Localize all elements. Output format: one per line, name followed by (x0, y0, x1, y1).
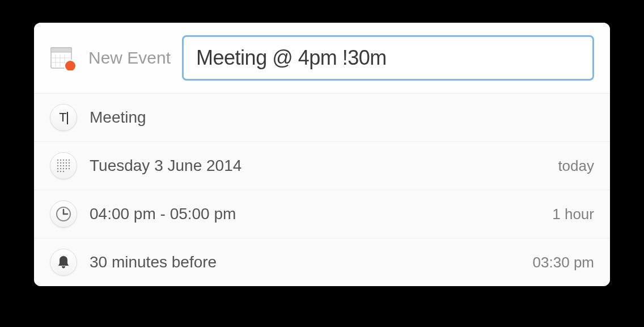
svg-point-28 (57, 171, 58, 172)
event-duration: 1 hour (552, 206, 594, 223)
bell-icon (50, 249, 77, 276)
svg-point-15 (63, 162, 64, 164)
svg-point-23 (57, 168, 58, 169)
svg-point-17 (69, 162, 70, 164)
svg-point-20 (63, 165, 64, 166)
reminder-row[interactable]: 30 minutes before 03:30 pm (34, 238, 610, 286)
svg-point-24 (60, 168, 61, 169)
svg-point-30 (63, 171, 64, 172)
svg-rect-1 (51, 48, 71, 52)
event-details: T Meeting Tuesday 3 June 2014 today (34, 94, 610, 286)
event-date-relative: today (558, 157, 594, 175)
event-time: 04:00 pm - 05:00 pm (90, 205, 540, 223)
date-row[interactable]: Tuesday 3 June 2014 today (34, 142, 610, 190)
svg-point-29 (60, 171, 61, 172)
svg-point-11 (66, 160, 67, 161)
svg-point-9 (60, 160, 61, 161)
svg-point-19 (60, 165, 61, 166)
svg-point-22 (69, 165, 70, 166)
svg-point-10 (63, 160, 64, 161)
clock-icon (50, 200, 77, 228)
svg-point-16 (66, 162, 67, 164)
title-row[interactable]: T Meeting (34, 94, 610, 142)
title-icon: T (50, 104, 77, 131)
svg-point-26 (66, 168, 67, 169)
event-input[interactable] (182, 35, 594, 81)
event-title: Meeting (90, 108, 594, 127)
svg-point-13 (57, 162, 58, 164)
new-event-label: New Event (88, 48, 171, 68)
svg-point-8 (57, 160, 58, 161)
calendar-grid-icon (50, 152, 77, 179)
calendar-icon (50, 45, 77, 70)
svg-point-27 (69, 168, 70, 169)
svg-point-14 (60, 162, 61, 164)
event-reminder: 30 minutes before (90, 253, 520, 271)
event-date: Tuesday 3 June 2014 (90, 157, 545, 175)
svg-point-18 (57, 165, 58, 166)
svg-point-25 (63, 168, 64, 169)
header: New Event (34, 23, 610, 94)
event-reminder-time: 03:30 pm (533, 254, 594, 271)
new-event-panel: New Event T Meeting (34, 23, 610, 286)
time-row[interactable]: 04:00 pm - 05:00 pm 1 hour (34, 190, 610, 238)
svg-point-12 (69, 160, 70, 161)
svg-point-7 (65, 60, 76, 70)
svg-point-21 (66, 165, 67, 166)
